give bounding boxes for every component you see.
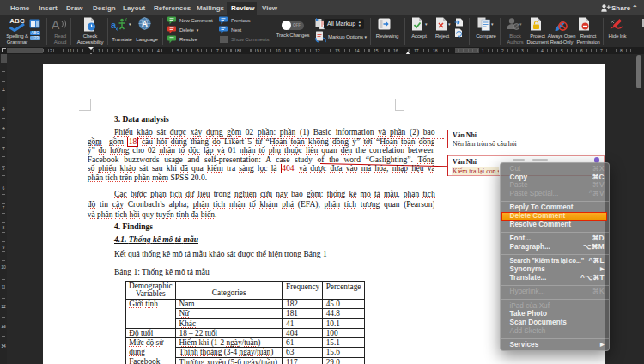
svg-text:A: A [142,20,148,28]
svg-text:a: a [111,20,117,30]
svg-text:A: A [52,18,60,31]
svg-text:123: 123 [32,36,39,40]
svg-text:ABC: ABC [31,31,39,35]
